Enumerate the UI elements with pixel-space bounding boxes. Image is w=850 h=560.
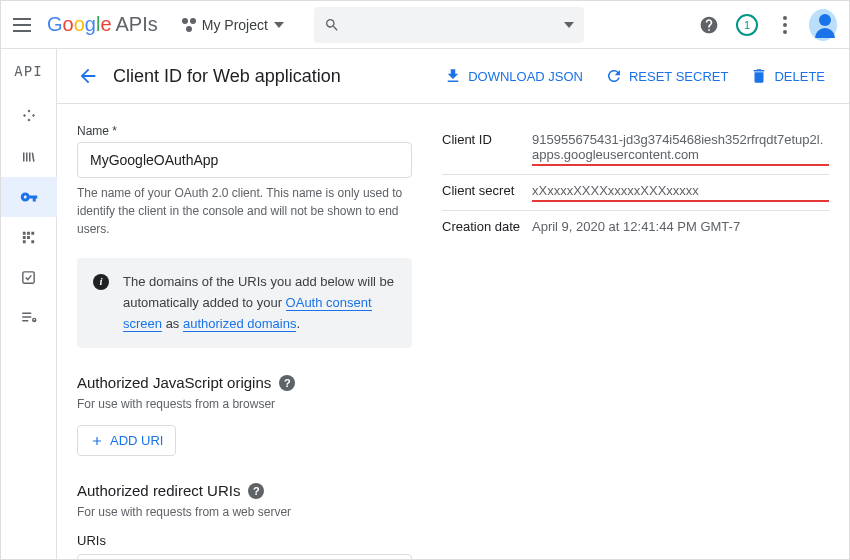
chevron-down-icon [274, 22, 284, 28]
search-icon [324, 17, 340, 33]
back-button[interactable] [77, 65, 99, 87]
client-secret-label: Client secret [442, 183, 532, 198]
sidebar: API [1, 49, 57, 559]
download-icon [444, 67, 462, 85]
name-help-text: The name of your OAuth 2.0 client. This … [77, 184, 412, 238]
help-icon [699, 15, 719, 35]
search-dropdown-icon [564, 22, 574, 28]
key-icon [20, 188, 38, 206]
name-input[interactable] [77, 142, 412, 178]
project-icon [182, 18, 196, 32]
form-column: Name * The name of your OAuth 2.0 client… [77, 124, 412, 559]
arrow-back-icon [77, 65, 99, 87]
js-origins-title: Authorized JavaScript origins ? [77, 374, 412, 391]
dashboard-icon [20, 108, 38, 126]
page-title: Client ID for Web application [113, 66, 426, 87]
js-origins-help: For use with requests from a browser [77, 397, 412, 411]
library-icon [20, 148, 38, 166]
download-label: DOWNLOAD JSON [468, 69, 583, 84]
redirect-help-icon[interactable]: ? [248, 483, 264, 499]
refresh-icon [605, 67, 623, 85]
menu-icon[interactable] [13, 13, 37, 37]
plus-icon [90, 434, 104, 448]
client-id-value: 915955675431-jd3g374i5468iesh352rfrqdt7e… [532, 132, 829, 166]
delete-label: DELETE [774, 69, 825, 84]
top-bar: Google APIs My Project 1 [1, 1, 849, 49]
sidebar-logo[interactable]: API [14, 49, 42, 97]
redirect-help: For use with requests from a web server [77, 505, 412, 519]
info-box: i The domains of the URIs you add below … [77, 258, 412, 348]
account-button[interactable] [809, 11, 837, 39]
notification-badge: 1 [736, 14, 758, 36]
client-id-row: Client ID 915955675431-jd3g374i5468iesh3… [442, 124, 829, 174]
client-secret-row: Client secret xXxxxxXXXXxxxxxXXXxxxxx [442, 174, 829, 210]
project-name: My Project [202, 17, 268, 33]
redirect-uri-input[interactable] [77, 554, 412, 559]
add-uri-button-origins[interactable]: ADD URI [77, 425, 176, 456]
name-label: Name * [77, 124, 412, 138]
more-button[interactable] [771, 11, 799, 39]
notification-button[interactable]: 1 [733, 11, 761, 39]
search-input[interactable] [314, 7, 584, 43]
reset-secret-button[interactable]: RESET SECRET [601, 61, 732, 91]
main-content: Client ID for Web application DOWNLOAD J… [57, 49, 849, 559]
avatar-icon [809, 9, 837, 41]
creation-date-value: April 9, 2020 at 12:41:44 PM GMT-7 [532, 219, 829, 234]
sidebar-item-verification[interactable] [1, 257, 57, 297]
js-origins-help-icon[interactable]: ? [279, 375, 295, 391]
logo-suffix: APIs [116, 13, 158, 36]
settings-list-icon [20, 308, 38, 326]
reset-label: RESET SECRET [629, 69, 728, 84]
authorized-domains-link[interactable]: authorized domains [183, 316, 296, 332]
consent-icon [20, 229, 37, 246]
info-text: The domains of the URIs you add below wi… [123, 272, 396, 334]
sidebar-item-consent[interactable] [1, 217, 57, 257]
creation-date-label: Creation date [442, 219, 532, 234]
trash-icon [750, 67, 768, 85]
project-selector[interactable]: My Project [182, 17, 284, 33]
download-json-button[interactable]: DOWNLOAD JSON [440, 61, 587, 91]
delete-button[interactable]: DELETE [746, 61, 829, 91]
redirect-uris-title: Authorized redirect URIs ? [77, 482, 412, 499]
info-icon: i [93, 274, 109, 290]
creation-date-row: Creation date April 9, 2020 at 12:41:44 … [442, 210, 829, 242]
client-id-label: Client ID [442, 132, 532, 147]
uris-label: URIs [77, 533, 412, 548]
details-column: Client ID 915955675431-jd3g374i5468iesh3… [442, 124, 829, 559]
check-box-icon [20, 269, 37, 286]
sidebar-item-credentials[interactable] [1, 177, 57, 217]
svg-rect-0 [23, 271, 34, 282]
add-uri-label: ADD URI [110, 433, 163, 448]
sidebar-item-library[interactable] [1, 137, 57, 177]
help-button[interactable] [695, 11, 723, 39]
page-header: Client ID for Web application DOWNLOAD J… [57, 49, 849, 104]
sidebar-item-settings[interactable] [1, 297, 57, 337]
kebab-icon [783, 16, 787, 34]
sidebar-item-dashboard[interactable] [1, 97, 57, 137]
client-secret-value: xXxxxxXXXXxxxxxXXXxxxxx [532, 183, 829, 202]
google-apis-logo[interactable]: Google APIs [47, 13, 158, 36]
